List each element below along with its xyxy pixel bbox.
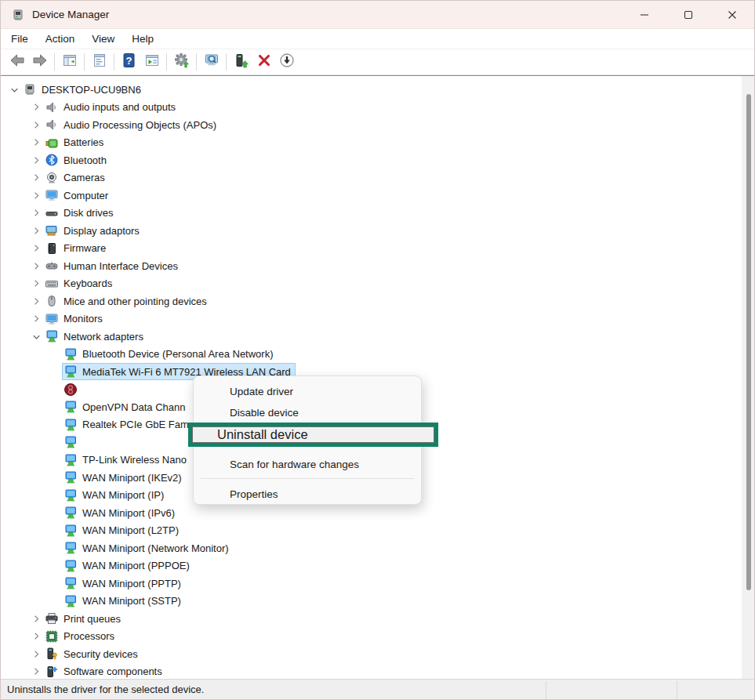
svg-text:?: ?: [125, 55, 132, 67]
maximize-button[interactable]: [666, 1, 710, 29]
tree-item-label: WAN Miniport (IP): [82, 489, 164, 501]
update-driver-button[interactable]: [170, 52, 193, 73]
back-button[interactable]: [5, 52, 28, 73]
chevron-collapsed-icon[interactable]: [27, 189, 45, 201]
chevron-collapsed-icon[interactable]: [27, 630, 45, 643]
chevron-collapsed-icon[interactable]: [27, 277, 45, 290]
tree-item-wan-miniport-pptp[interactable]: WAN Miniport (PPTP): [1, 575, 181, 593]
tree-item-network-adapters[interactable]: Network adapters: [1, 328, 143, 346]
tree-item-error-device-icon[interactable]: [1, 381, 82, 399]
menu-view[interactable]: View: [83, 31, 123, 47]
tree-item-display-adaptors[interactable]: Display adaptors: [1, 222, 140, 240]
tree-item-label: OpenVPN Data Chann: [82, 401, 186, 413]
chevron-collapsed-icon[interactable]: [27, 313, 45, 325]
enable-device-button[interactable]: [230, 52, 252, 73]
chevron-collapsed-icon[interactable]: [27, 295, 45, 307]
minimize-button[interactable]: [623, 1, 666, 29]
tree-item-wan-miniport-ikev2[interactable]: WAN Miniport (IKEv2): [1, 469, 182, 487]
chevron-collapsed-icon[interactable]: [27, 172, 45, 184]
context-menu-item-properties[interactable]: Properties: [194, 483, 420, 505]
chevron-expanded-icon[interactable]: [5, 83, 23, 96]
context-menu-item-scan-for-hardware-changes[interactable]: Scan for hardware changes: [194, 453, 420, 475]
action-pane-button[interactable]: [140, 52, 163, 73]
minimize-icon: [639, 9, 650, 20]
chevron-expanded-icon[interactable]: [27, 330, 45, 343]
chevron-collapsed-icon[interactable]: [27, 118, 45, 131]
tree-item-label: WAN Miniport (SSTP): [82, 595, 181, 607]
tree-item-monitors[interactable]: Monitors: [1, 310, 103, 328]
chevron-collapsed-icon[interactable]: [27, 224, 45, 237]
tree-item-wan-miniport-network-monitor[interactable]: WAN Miniport (Network Monitor): [1, 539, 229, 557]
chevron-collapsed-icon[interactable]: [27, 101, 45, 114]
expander-spacer: [46, 560, 64, 572]
tree-item-openvpn-data-chann[interactable]: OpenVPN Data Chann: [1, 398, 186, 416]
tree-item-label: TP-Link Wireless Nano: [82, 454, 187, 466]
context-menu-item-disable-device[interactable]: Disable device: [194, 402, 420, 423]
battery-icon: [45, 136, 59, 150]
tree-item-keyboards[interactable]: Keyboards: [1, 275, 112, 293]
uninstall-device-button[interactable]: [252, 52, 275, 73]
tree-item-batteries[interactable]: Batteries: [1, 134, 103, 152]
menu-help[interactable]: Help: [123, 31, 162, 47]
scrollbar-thumb[interactable]: [746, 94, 751, 590]
context-menu-item-uninstall-device[interactable]: Uninstall device: [192, 426, 434, 443]
tree-item-wan-miniport-sstp[interactable]: WAN Miniport (SSTP): [1, 593, 181, 611]
uninstall-highlight-box[interactable]: Uninstall device: [188, 423, 438, 447]
expander-spacer: [46, 365, 64, 378]
help-button[interactable]: ?: [118, 52, 140, 73]
chevron-collapsed-icon[interactable]: [27, 242, 45, 255]
chevron-collapsed-icon[interactable]: [27, 647, 45, 660]
tree-item-human-interface-devices[interactable]: Human Interface Devices: [1, 257, 178, 275]
chevron-collapsed-icon[interactable]: [27, 136, 45, 149]
tree-item-label: Mice and other pointing devices: [64, 296, 207, 307]
tree-item-wan-miniport-l2tp[interactable]: WAN Miniport (L2TP): [1, 522, 179, 540]
tree-item-disk-drives[interactable]: Disk drives: [1, 205, 114, 223]
tree-item-bluetooth-device-personal-area-network[interactable]: Bluetooth Device (Personal Area Network): [1, 346, 274, 364]
tree-item-audio-inputs-and-outputs[interactable]: Audio inputs and outputs: [1, 99, 176, 117]
menu-action[interactable]: Action: [37, 31, 84, 47]
tree-item-label: Batteries: [64, 136, 103, 148]
disable-device-button[interactable]: [275, 52, 298, 73]
forward-button[interactable]: [28, 52, 51, 73]
close-button[interactable]: [710, 1, 754, 29]
tree-item-processors[interactable]: Processors: [1, 628, 114, 646]
chevron-collapsed-icon[interactable]: [27, 259, 45, 272]
context-menu-item-update-driver[interactable]: Update driver: [194, 380, 420, 402]
show-hide-console-tree-button[interactable]: [58, 52, 81, 73]
tree-item-tp-link-wireless-nano[interactable]: TP-Link Wireless Nano: [1, 452, 187, 470]
tree-item-security-devices[interactable]: Security devices: [1, 645, 138, 663]
tree-item-desktop-ucu9bn6[interactable]: DESKTOP-UCU9BN6: [1, 81, 141, 99]
tree-item-software-components[interactable]: Software components: [1, 663, 162, 680]
scan-hardware-changes-button[interactable]: [200, 52, 223, 73]
tree-item-label: Monitors: [64, 313, 103, 325]
tree-item-mice-and-other-pointing-devices[interactable]: Mice and other pointing devices: [1, 292, 207, 310]
vertical-scrollbar[interactable]: [742, 76, 754, 679]
tree-item-label: Keyboards: [64, 277, 112, 289]
chevron-collapsed-icon[interactable]: [27, 612, 45, 625]
status-bar: Uninstalls the driver for the selected d…: [1, 679, 754, 699]
menu-bar: FileActionViewHelp: [1, 29, 754, 49]
forward-icon: [32, 53, 48, 71]
menu-file[interactable]: File: [2, 31, 37, 47]
network-adapter-icon: [64, 470, 78, 484]
chevron-collapsed-icon[interactable]: [27, 207, 45, 219]
tree-item-audio-processing-objects-apos[interactable]: Audio Processing Objects (APOs): [1, 116, 216, 134]
tree-item-label: Firmware: [64, 242, 106, 254]
tree-item-realtek-pcie-gbe-fam[interactable]: Realtek PCIe GbE Fam: [1, 416, 189, 434]
tree-item-bluetooth[interactable]: Bluetooth: [1, 151, 107, 169]
tree-item-print-queues[interactable]: Print queues: [1, 610, 121, 628]
tree-item-wan-miniport-pppoe[interactable]: WAN Miniport (PPPOE): [1, 557, 190, 575]
tree-item-wan-miniport-ip[interactable]: WAN Miniport (IP): [1, 487, 164, 505]
tree-item-label: Software components: [64, 666, 162, 677]
chevron-collapsed-icon[interactable]: [27, 154, 45, 166]
status-bar-divider: [546, 681, 546, 699]
tree-item-network-adapter-icon[interactable]: [1, 433, 82, 452]
tree-item-computer[interactable]: Computer: [1, 187, 108, 205]
tree-item-wan-miniport-ipv6[interactable]: WAN Miniport (IPv6): [1, 504, 175, 522]
chevron-collapsed-icon[interactable]: [27, 666, 45, 678]
tree-item-cameras[interactable]: Cameras: [1, 169, 105, 187]
properties-button[interactable]: [88, 52, 111, 73]
tree-item-firmware[interactable]: Firmware: [1, 240, 106, 258]
status-text: Uninstalls the driver for the selected d…: [7, 684, 204, 695]
security-device-icon: [45, 647, 59, 661]
